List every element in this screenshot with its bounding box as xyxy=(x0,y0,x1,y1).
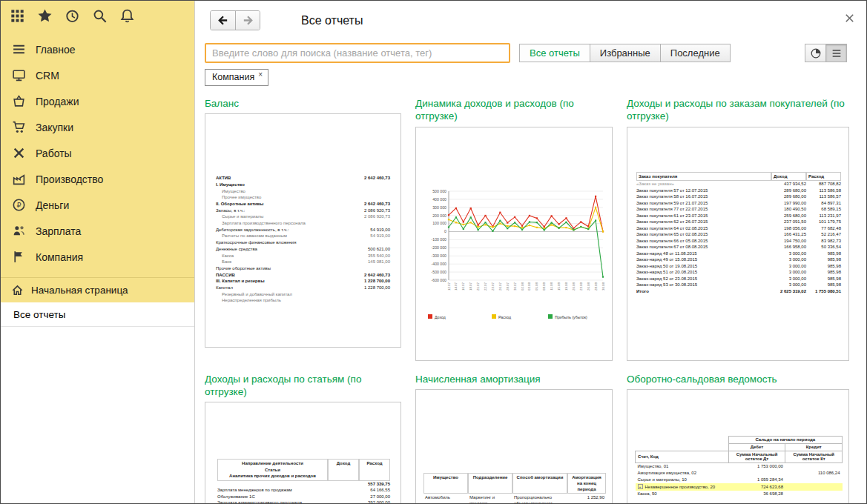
balance-preview-table: АКТИВ2 642 460,73I. ИмуществоИмуществоПр… xyxy=(216,175,390,304)
svg-text:22.07: 22.07 xyxy=(484,282,487,291)
sidebar-item-label: Работы xyxy=(36,147,72,159)
preview-row: II. Оборотные активы2 642 460,73 xyxy=(216,201,390,208)
report-preview[interactable]: Направление деятельностиСтатьиАналитика … xyxy=(205,402,401,503)
svg-text:400 000: 400 000 xyxy=(432,196,446,201)
report-preview[interactable]: АКТИВ2 642 460,73I. ИмуществоИмуществоПр… xyxy=(205,113,401,348)
sidebar-item-raboty[interactable]: Работы xyxy=(1,140,194,166)
svg-text:28.08: 28.08 xyxy=(594,282,598,291)
preview-row: Дебиторская задолженность, в т.ч.:54 919… xyxy=(216,227,390,233)
report-card: БалансАКТИВ2 642 460,73I. ИмуществоИмуще… xyxy=(205,97,401,361)
report-card: Доходы и расходы по заказам покупателей … xyxy=(627,97,849,361)
svg-text:100 000: 100 000 xyxy=(432,221,446,225)
filter-tag-company[interactable]: Компания × xyxy=(205,69,268,86)
preview-row: Заказ покупателя 65 от 02.08.2015166 431… xyxy=(636,231,841,238)
report-title-link[interactable]: Начисленная амортизация xyxy=(415,373,613,385)
main-menu-icon xyxy=(12,42,26,56)
svg-text:0: 0 xyxy=(444,229,446,233)
report-title-link[interactable]: Оборотно-сальдовая ведомость xyxy=(627,373,849,385)
history-icon[interactable] xyxy=(65,8,80,24)
sidebar-item-dengi[interactable]: ₽Деньги xyxy=(1,192,194,218)
sidebar-item-prodazhi[interactable]: Продажи xyxy=(1,88,194,114)
sidebar-item-label: CRM xyxy=(36,70,59,82)
sidebar-item-home[interactable]: Начальная страница xyxy=(1,277,194,302)
home-icon xyxy=(11,284,24,296)
crm-icon xyxy=(12,68,26,82)
list-view-toggle[interactable] xyxy=(825,44,847,62)
apps-grid-icon[interactable] xyxy=(10,8,25,24)
tab-recent[interactable]: Последние xyxy=(660,44,731,62)
preview-row: АвтомобильМаркетинг и продажиПропорциона… xyxy=(423,494,606,503)
notifications-bell-icon[interactable] xyxy=(119,8,135,24)
preview-row: Заказ покупателя 57 от 12.07.2015289 680… xyxy=(636,188,841,194)
preview-row: 557 339,75 xyxy=(217,481,390,488)
report-preview[interactable]: 500 000400 000300 000200 000100 0000-100… xyxy=(415,127,613,361)
svg-text:18.07: 18.07 xyxy=(469,282,472,291)
preview-row: Запасы, в т.ч.:2 086 920,73 xyxy=(216,208,390,214)
svg-text:28.07: 28.07 xyxy=(506,282,510,291)
report-card: Динамика доходов и расходов (по отгрузке… xyxy=(415,97,613,361)
pie-view-toggle[interactable] xyxy=(805,44,826,62)
tab-all-reports[interactable]: Все отчеты xyxy=(519,44,590,62)
favorites-star-icon[interactable] xyxy=(37,8,53,24)
report-preview[interactable]: ИмуществоПодразделениеСпособ амортизации… xyxy=(415,389,613,503)
open-page-label: Все отчеты xyxy=(13,309,65,320)
report-title-link[interactable]: Баланс xyxy=(205,97,401,110)
company-icon xyxy=(12,250,26,264)
report-title-link[interactable]: Доходы и расходы по статьям (по отгрузке… xyxy=(205,373,401,399)
svg-text:-200 000: -200 000 xyxy=(432,245,447,250)
svg-text:15.08: 15.08 xyxy=(557,282,561,291)
preview-row: Заказ покупателя 64 от 02.08.2015198 056… xyxy=(636,225,841,232)
svg-text:Доход: Доход xyxy=(435,314,446,319)
svg-text:05.08: 05.08 xyxy=(535,282,538,291)
svg-text:20.08: 20.08 xyxy=(572,282,576,291)
svg-text:30.07: 30.07 xyxy=(513,282,517,291)
svg-text:Прибыль (убыток): Прибыль (убыток) xyxy=(555,314,587,319)
svg-text:08.08: 08.08 xyxy=(542,282,546,291)
income-expense-chart: 500 000400 000300 000200 000100 0000-100… xyxy=(421,150,607,331)
preview-row: Итого2 625 319,021 755 080,51 xyxy=(636,288,841,295)
svg-text:-600 000: -600 000 xyxy=(432,277,447,282)
forward-button[interactable] xyxy=(235,11,260,30)
preview-row: Заказ-наряд 50 от 19.08.20153 000,00985,… xyxy=(636,263,841,270)
toolbar: Все отчетыИзбранныеПоследние xyxy=(205,43,857,64)
preview-row: Заказ покупателя 77 от 22.07.2015180 490… xyxy=(636,206,841,213)
open-page-all-reports[interactable]: Все отчеты xyxy=(1,302,194,327)
back-button[interactable] xyxy=(211,11,235,30)
tag-remove-icon[interactable]: × xyxy=(258,71,263,79)
sidebar-item-glavnoe[interactable]: Главное xyxy=(1,36,194,62)
report-title-link[interactable]: Динамика доходов и расходов (по отгрузке… xyxy=(415,97,613,123)
preview-row: Банк145 081,00 xyxy=(216,259,390,265)
preview-row: Направление деятельностиСтатьиАналитика … xyxy=(217,459,390,481)
report-title-link[interactable]: Доходы и расходы по заказам покупателей … xyxy=(627,97,849,123)
report-filter-tabs: Все отчетыИзбранныеПоследние xyxy=(520,44,731,62)
svg-text:11.08: 11.08 xyxy=(550,282,553,290)
search-icon[interactable] xyxy=(92,8,108,24)
reports-grid: БалансАКТИВ2 642 460,73I. ИмуществоИмуще… xyxy=(205,97,860,503)
report-card: Доходы и расходы по статьям (по отгрузке… xyxy=(205,373,401,503)
home-label: Начальная страница xyxy=(31,285,128,296)
sidebar-item-zarplata[interactable]: Зарплата xyxy=(1,218,194,244)
sidebar-item-kompaniya[interactable]: Компания xyxy=(1,244,194,270)
report-preview[interactable]: Сальдо на начало периодаДебетКредитСчет,… xyxy=(627,389,849,503)
sidebar-yellow-panel: ГлавноеCRMПродажиЗакупкиРаботыПроизводст… xyxy=(1,1,194,302)
preview-row: Заказ покупателя 66 от 05.08.2015194 750… xyxy=(636,238,841,245)
sidebar-menu: ГлавноеCRMПродажиЗакупкиРаботыПроизводст… xyxy=(1,30,194,277)
preview-row: Заказ-наряд 53 от 30.08.20153 000,00985,… xyxy=(636,282,841,288)
sidebar-item-crm[interactable]: CRM xyxy=(1,62,194,88)
search-input[interactable] xyxy=(205,43,510,63)
preview-row: Заказ покупателя 61 от 23.07.2015259 680… xyxy=(636,213,841,219)
svg-text:-400 000: -400 000 xyxy=(432,262,447,266)
preview-row: Касса355 540,00 xyxy=(216,253,390,259)
report-card: Оборотно-сальдовая ведомостьСальдо на на… xyxy=(627,373,849,503)
report-preview[interactable]: Заказ покупателяДоходРасход«Заказ не ука… xyxy=(627,127,849,361)
close-icon[interactable] xyxy=(843,12,856,24)
preview-row: III. Капитал и резервы1 228 700,00 xyxy=(216,278,390,285)
sidebar-item-zakupki[interactable]: Закупки xyxy=(1,114,194,140)
preview-row: Краткосрочные финансовые вложения xyxy=(216,239,390,246)
svg-text:23.08: 23.08 xyxy=(579,282,583,291)
preview-row: Обслуживание 1С27 000,00 xyxy=(217,494,390,500)
app-window: ГлавноеCRMПродажиЗакупкиРаботыПроизводст… xyxy=(0,0,867,504)
tab-favorites[interactable]: Избранные xyxy=(590,44,661,62)
sidebar-item-proizvodstvo[interactable]: Производство xyxy=(1,166,194,192)
purchases-icon xyxy=(12,120,26,134)
